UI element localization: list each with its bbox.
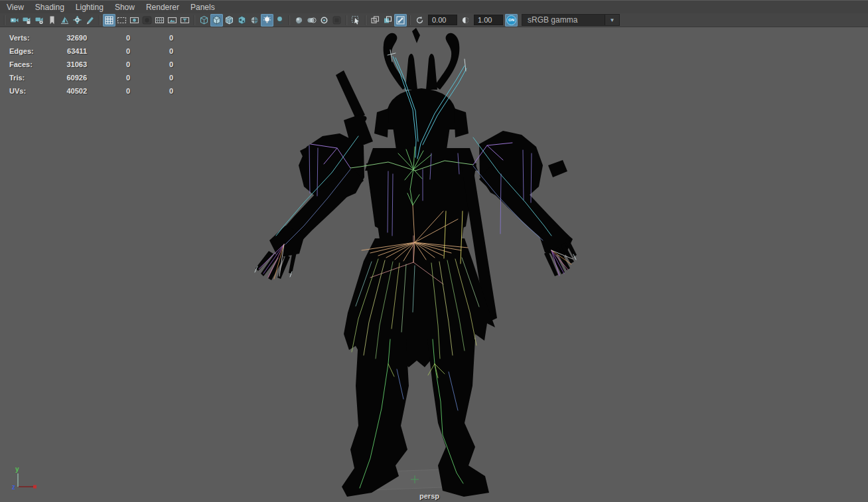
colorspace-value: sRGB gamma bbox=[522, 15, 605, 25]
pan-zoom-icon[interactable] bbox=[71, 14, 84, 27]
hud-row-tris: Tris: 60926 0 0 bbox=[9, 71, 173, 84]
safe-title-icon[interactable] bbox=[179, 14, 191, 27]
wireframe-on-shaded-icon[interactable] bbox=[223, 14, 236, 27]
image-plane-icon[interactable] bbox=[58, 14, 71, 27]
viewport-toolbar: ON sRGB gamma ▼ bbox=[0, 13, 868, 27]
hud-row-edges: Edges: 63411 0 0 bbox=[9, 44, 173, 58]
menu-shading[interactable]: Shading bbox=[35, 3, 64, 12]
menu-lighting[interactable]: Lighting bbox=[76, 3, 104, 12]
field-chart-icon[interactable] bbox=[153, 14, 166, 27]
character-silhouette[interactable] bbox=[255, 28, 577, 497]
xray-joints-icon[interactable] bbox=[394, 14, 407, 27]
separator bbox=[99, 15, 100, 25]
bookmark-icon[interactable] bbox=[46, 14, 58, 27]
safe-action-icon[interactable] bbox=[166, 14, 179, 27]
menu-renderer[interactable]: Renderer bbox=[146, 3, 179, 12]
axis-z-label: z bbox=[12, 483, 15, 491]
camera-attributes-icon[interactable] bbox=[33, 14, 46, 27]
textured-icon[interactable] bbox=[236, 14, 248, 27]
anti-alias-icon[interactable] bbox=[318, 14, 330, 27]
xray-icon[interactable] bbox=[369, 14, 382, 27]
shadows-icon[interactable] bbox=[273, 14, 286, 27]
colorspace-dropdown[interactable]: sRGB gamma ▼ bbox=[522, 14, 620, 26]
panel-menubar: View Shading Lighting Show Renderer Pane… bbox=[0, 0, 868, 13]
motion-blur-icon[interactable] bbox=[305, 14, 318, 27]
menu-show[interactable]: Show bbox=[115, 3, 135, 12]
hud-row-faces: Faces: 31063 0 0 bbox=[9, 58, 173, 71]
chevron-down-icon: ▼ bbox=[605, 15, 619, 25]
menu-view[interactable]: View bbox=[7, 3, 24, 12]
wireframe-icon[interactable] bbox=[198, 14, 210, 27]
use-default-material-icon[interactable] bbox=[248, 14, 261, 27]
separator bbox=[194, 15, 195, 25]
on-badge: ON bbox=[506, 15, 516, 25]
occlusion-icon[interactable] bbox=[293, 14, 305, 27]
separator bbox=[409, 15, 411, 25]
isolate-select-icon[interactable] bbox=[350, 14, 362, 27]
gamma-field[interactable] bbox=[474, 15, 503, 25]
hud-row-uvs: UVs: 40502 0 0 bbox=[9, 84, 173, 98]
exposure-field[interactable] bbox=[428, 15, 457, 25]
menu-panels[interactable]: Panels bbox=[190, 3, 215, 12]
smooth-shade-icon[interactable] bbox=[210, 14, 223, 27]
separator bbox=[289, 15, 290, 25]
grease-pencil-icon[interactable] bbox=[84, 14, 96, 27]
scene-canvas[interactable] bbox=[0, 27, 868, 502]
color-management-toggle[interactable]: ON bbox=[505, 14, 518, 27]
contrast-icon[interactable] bbox=[459, 14, 472, 27]
heads-up-display: Verts: 32690 0 0 Edges: 63411 0 0 Faces:… bbox=[9, 31, 173, 98]
axis-y-label: y bbox=[15, 465, 19, 473]
camera-name-label: persp bbox=[0, 492, 859, 500]
exposure-refresh-icon[interactable] bbox=[413, 14, 426, 27]
lighting-icon[interactable] bbox=[261, 14, 273, 27]
separator bbox=[4, 15, 5, 25]
separator bbox=[346, 15, 347, 25]
gate-mask-icon[interactable] bbox=[141, 14, 153, 27]
axis-indicator: y z bbox=[9, 463, 46, 493]
grid-icon[interactable] bbox=[103, 14, 115, 27]
perspective-viewport[interactable]: Verts: 32690 0 0 Edges: 63411 0 0 Faces:… bbox=[0, 27, 868, 502]
select-camera-icon[interactable] bbox=[8, 14, 21, 27]
lock-camera-icon[interactable] bbox=[21, 14, 33, 27]
resolution-gate-icon[interactable] bbox=[128, 14, 141, 27]
hud-row-verts: Verts: 32690 0 0 bbox=[9, 31, 173, 44]
depth-of-field-icon[interactable] bbox=[330, 14, 343, 27]
axis-x-tip bbox=[33, 485, 36, 489]
film-gate-icon[interactable] bbox=[115, 14, 128, 27]
xray-active-components-icon[interactable] bbox=[382, 14, 394, 27]
separator bbox=[365, 15, 366, 25]
